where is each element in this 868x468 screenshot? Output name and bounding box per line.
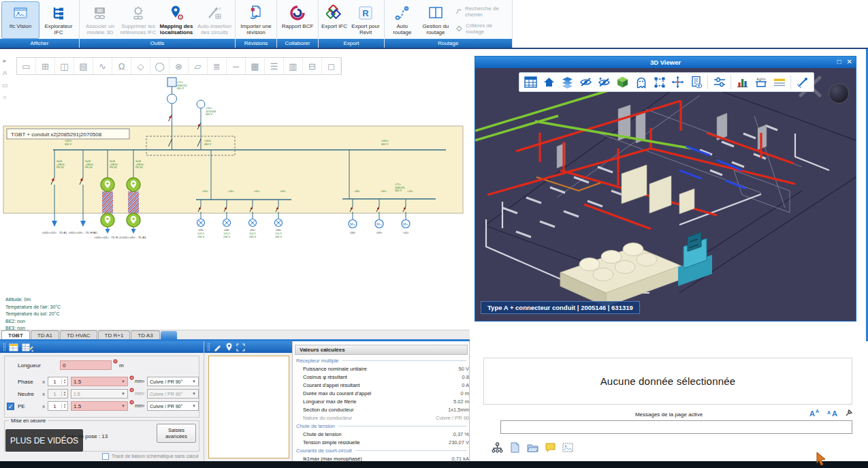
conduit-hatch[interactable] bbox=[102, 191, 113, 213]
value-row[interactable]: Courant d'appel résultant0 A bbox=[293, 381, 470, 389]
schematic-symbol-button-14[interactable]: ▥ bbox=[284, 58, 303, 74]
close-icon[interactable]: ✕ bbox=[847, 58, 852, 65]
hide-partial-icon[interactable] bbox=[595, 74, 613, 91]
bar-chart-icon[interactable] bbox=[733, 74, 752, 91]
schematic-symbol-button-1[interactable]: ⊞ bbox=[36, 58, 55, 74]
value-row[interactable]: Nature du conducteurCuivre / PR 90 bbox=[293, 414, 470, 422]
explorateur-ifc-button[interactable]: Explorateur IFC bbox=[39, 1, 78, 39]
messages-input[interactable] bbox=[500, 420, 852, 434]
more-videos-button[interactable]: PLUS DE VIDÉOS bbox=[5, 429, 83, 452]
associer-modele-button[interactable]: 3D Associer un modèle 3D bbox=[81, 1, 119, 39]
schematic-symbol-button-9[interactable]: ▱ bbox=[189, 58, 208, 74]
measure-icon[interactable] bbox=[793, 74, 811, 91]
tab-overflow-button[interactable] bbox=[161, 331, 177, 339]
schematic-symbol-button-11[interactable]: ─ bbox=[227, 58, 246, 74]
gestion-routage-button[interactable]: Gestion du routage bbox=[419, 1, 453, 39]
home-icon[interactable] bbox=[540, 74, 558, 91]
schematic-diagram[interactable]: TGBT + conduit x2|2085291|2070508<002>40… bbox=[0, 76, 470, 330]
value-row[interactable]: Puissance nominale unitaire50 V bbox=[293, 364, 470, 373]
toolbar-grip[interactable] bbox=[208, 343, 210, 351]
section-combo[interactable]: 1.5▼ bbox=[71, 389, 128, 399]
schematic-symbol-button-12[interactable]: ▦ bbox=[246, 58, 265, 74]
schematic-symbol-button-16[interactable]: ◻ bbox=[322, 58, 341, 74]
saisies-avancees-button[interactable]: Saisies avancées bbox=[157, 424, 196, 443]
schematic-symbol-button-6[interactable]: ◇ bbox=[131, 58, 150, 74]
section-combo[interactable]: 1.5▼ bbox=[71, 401, 128, 411]
3d-viewer-titlebar[interactable]: 3D Viewer □ ✕ bbox=[475, 57, 856, 68]
export-ifc-button[interactable]: Export IFC bbox=[320, 1, 349, 39]
tab-td-a1[interactable]: TD A1 bbox=[31, 330, 59, 339]
expand-icon[interactable] bbox=[236, 343, 245, 352]
side-tool-1[interactable]: A bbox=[3, 69, 7, 76]
export-revit-button[interactable]: R Export pour Revit bbox=[349, 1, 383, 39]
tab-tgbt[interactable]: TGBT bbox=[1, 330, 30, 339]
mapping-localisations-button[interactable]: Mapping des localisations bbox=[157, 1, 195, 39]
font-increase-icon[interactable]: AA bbox=[809, 409, 820, 417]
panel-separator[interactable] bbox=[204, 341, 204, 461]
conduit-hatch[interactable] bbox=[128, 191, 139, 213]
value-row[interactable]: Chute de tension0,37 % bbox=[293, 430, 470, 438]
list-icon[interactable] bbox=[770, 74, 788, 91]
kg-m-icon[interactable]: kg/m bbox=[752, 74, 770, 91]
schematic-symbol-button-4[interactable]: ∿ bbox=[93, 58, 112, 74]
open-folder-icon[interactable] bbox=[527, 443, 539, 452]
count-spinner[interactable]: 1▲▼ bbox=[48, 377, 68, 386]
filter-sliders-icon[interactable] bbox=[710, 74, 728, 91]
material-combo[interactable]: Cuivre / PR 90°▼ bbox=[147, 401, 199, 411]
pin-messages-icon[interactable] bbox=[845, 409, 853, 417]
3d-viewer-canvas[interactable]: kg/m Type A + connecteur conduit | 20051… bbox=[475, 68, 856, 321]
rapport-bcf-button[interactable]: Rapport BCF bbox=[278, 1, 317, 39]
panel-grid-edit-icon[interactable] bbox=[22, 343, 34, 352]
count-spinner[interactable]: 1▲▼ bbox=[48, 401, 68, 411]
pe-checkbox[interactable]: ✓ bbox=[7, 403, 14, 410]
hide-icon[interactable] bbox=[577, 74, 595, 91]
schematic-symbol-button-13[interactable]: ☰ bbox=[265, 58, 284, 74]
new-file-icon[interactable] bbox=[510, 442, 520, 453]
schematic-symbol-button-10[interactable]: ≣ bbox=[208, 58, 227, 74]
value-row[interactable]: Ik1max (max monophasé)0,71 kA bbox=[293, 454, 470, 461]
auto-routage-button[interactable]: Auto routage bbox=[386, 1, 419, 39]
move-icon[interactable] bbox=[669, 74, 687, 91]
comment-note-icon[interactable] bbox=[545, 443, 556, 452]
tab-td-a3[interactable]: TD A3 bbox=[131, 330, 159, 339]
count-spinner[interactable]: 1▲▼ bbox=[48, 389, 68, 399]
schematic-symbol-button-3[interactable]: ▤ bbox=[74, 58, 93, 74]
supprimer-references-button[interactable]: Supprimer les références IFC bbox=[119, 1, 157, 39]
video-progress-bar[interactable] bbox=[0, 461, 868, 468]
image-frame-icon[interactable] bbox=[562, 443, 573, 452]
tab-td-hvac[interactable]: TD HVAC bbox=[60, 330, 97, 339]
navigation-sphere[interactable] bbox=[829, 83, 849, 104]
panel-table-icon[interactable] bbox=[9, 343, 18, 352]
layers-icon[interactable] bbox=[558, 74, 577, 91]
trace-checkbox[interactable] bbox=[102, 453, 109, 460]
font-decrease-icon[interactable]: AA bbox=[827, 409, 838, 417]
auto-insertion-button[interactable]: x Auto-Insertion des circuits bbox=[195, 1, 234, 39]
bounding-box-icon[interactable] bbox=[650, 74, 669, 91]
side-tool-0[interactable]: ▸ bbox=[3, 57, 7, 64]
value-row[interactable]: Longueur max de filerie5.02 m bbox=[293, 397, 470, 405]
maximize-icon[interactable]: □ bbox=[837, 58, 841, 65]
table-icon[interactable] bbox=[521, 74, 540, 91]
schematic-symbol-button-7[interactable]: ◯ bbox=[150, 58, 170, 74]
material-combo[interactable]: Cuivre / PR 90°▼ bbox=[147, 377, 199, 386]
importer-revision-button[interactable]: ✱ Importer une révision bbox=[237, 1, 275, 39]
ghost-icon[interactable] bbox=[632, 74, 650, 91]
section-combo[interactable]: 1.5▼ bbox=[71, 377, 128, 386]
hierarchy-icon[interactable] bbox=[492, 442, 503, 453]
value-row[interactable]: Durée max du courant d'appel0 m bbox=[293, 389, 470, 397]
edit-icon[interactable] bbox=[213, 343, 222, 352]
schematic-symbol-button-8[interactable]: ⊗ bbox=[170, 58, 189, 74]
value-row[interactable]: Cosinus φ résultant0.8 bbox=[293, 373, 470, 381]
report-eye-icon[interactable] bbox=[687, 74, 705, 91]
schematic-symbol-button-15[interactable]: ⊟ bbox=[303, 58, 322, 74]
criteres-routage-button[interactable]: Critères de routage bbox=[455, 22, 507, 35]
material-combo[interactable]: Cuivre / PR 90°▼ bbox=[147, 389, 199, 399]
schematic-symbol-button-2[interactable]: ◫ bbox=[55, 58, 74, 74]
cube-icon[interactable] bbox=[613, 74, 632, 91]
tab-td-r-1[interactable]: TD R+1 bbox=[98, 330, 131, 339]
toolbar-grip[interactable] bbox=[3, 343, 5, 351]
ifc-vision-button[interactable]: Ifc Vision bbox=[1, 1, 39, 39]
longueur-input[interactable] bbox=[60, 360, 112, 370]
pin-location-icon[interactable] bbox=[225, 343, 233, 352]
value-row[interactable]: Tension simple résiduelle230,07 V bbox=[293, 438, 470, 446]
